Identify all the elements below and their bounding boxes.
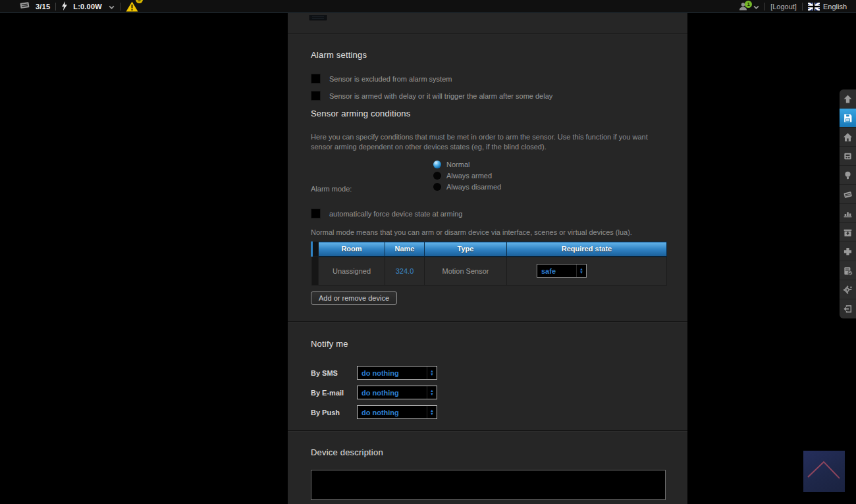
- scroll-top-icon[interactable]: [840, 89, 856, 109]
- right-toolbar: [840, 89, 856, 318]
- topbar-separator: [764, 3, 765, 11]
- device-description-textarea[interactable]: [311, 470, 666, 500]
- force-state-checkbox-label: automatically force device state at armi…: [329, 210, 462, 218]
- excluded-checkbox[interactable]: [311, 74, 321, 84]
- table-header-required-state: Required state: [507, 242, 667, 257]
- alarm-mode-radio-group: Normal Always armed Always disarmed: [433, 161, 501, 193]
- clipped-widget: [309, 15, 327, 20]
- alarm-mode-radio-always-disarmed[interactable]: [433, 183, 441, 191]
- warning-count-badge: 3: [136, 0, 143, 3]
- energy-icon[interactable]: [840, 204, 856, 223]
- scenes-icon[interactable]: [840, 185, 856, 204]
- by-email-label: By E-mail: [311, 389, 357, 397]
- required-state-select[interactable]: safe ▲▼: [537, 264, 587, 278]
- logout-link[interactable]: [Logout]: [770, 3, 797, 11]
- device-name-link[interactable]: 324.0: [396, 267, 414, 275]
- alarm-mode-radio-normal[interactable]: [433, 161, 441, 168]
- power-chevron-down-icon[interactable]: [109, 3, 115, 11]
- table-select-column-header: [312, 242, 319, 257]
- alarm-mode-radio-always-armed[interactable]: [433, 172, 441, 180]
- warning-triangle-icon[interactable]: 3: [126, 1, 143, 12]
- table-row: Unassigned 324.0 Motion Sensor safe ▲▼: [312, 257, 667, 286]
- topbar-separator: [55, 3, 56, 11]
- user-chevron-down-icon: [753, 3, 759, 11]
- by-push-label: By Push: [311, 409, 357, 416]
- table-header-row: Room Name Type Required state: [312, 242, 667, 257]
- alarm-mode-always-armed-label: Always armed: [446, 172, 492, 180]
- arming-devices-table: Room Name Type Required state Unassigned…: [311, 241, 667, 286]
- by-email-value: do nothing: [358, 386, 427, 399]
- select-stepper-icon: ▲▼: [427, 406, 437, 418]
- home-icon[interactable]: [840, 128, 856, 147]
- device-description-title: Device description: [311, 447, 664, 457]
- force-state-checkbox[interactable]: [311, 209, 321, 218]
- table-row-select-cell: [312, 257, 319, 286]
- normal-mode-note: Normal mode means that you can arm or di…: [311, 228, 664, 236]
- topbar-separator: [802, 3, 803, 11]
- select-stepper-icon: ▲▼: [576, 265, 586, 277]
- table-cell-type: Motion Sensor: [425, 257, 507, 286]
- panels-icon[interactable]: [840, 261, 856, 280]
- armed-delay-checkbox-label: Sensor is armed with delay or it will tr…: [329, 92, 552, 100]
- table-header-type: Type: [425, 242, 507, 257]
- by-email-select[interactable]: do nothing ▲▼: [357, 386, 437, 399]
- device-config-panel: Alarm settings Sensor is excluded from a…: [288, 13, 687, 504]
- by-push-value: do nothing: [358, 406, 427, 418]
- devices-count: 3/15: [36, 3, 50, 11]
- top-bar: 3/15 L:0.00W 3 1 [Logout] English: [0, 0, 856, 13]
- alarm-mode-label: Alarm mode:: [311, 161, 433, 193]
- language-selector[interactable]: English: [808, 3, 847, 11]
- excluded-checkbox-label: Sensor is excluded from alarm system: [329, 75, 452, 83]
- plugins-icon[interactable]: [840, 242, 856, 261]
- by-sms-select[interactable]: do nothing ▲▼: [357, 366, 437, 380]
- by-sms-value: do nothing: [358, 366, 427, 379]
- by-sms-label: By SMS: [311, 369, 357, 377]
- select-stepper-icon: ▲▼: [427, 386, 437, 399]
- power-bolt-icon: [61, 1, 68, 12]
- arming-description: Here you can specify conditions that mus…: [311, 132, 653, 152]
- devices-card-icon: [20, 1, 30, 11]
- select-stepper-icon: ▲▼: [427, 366, 437, 379]
- user-menu[interactable]: 1: [738, 2, 759, 11]
- backup-icon[interactable]: [840, 223, 856, 242]
- fibaro-logo: [803, 451, 845, 492]
- save-icon[interactable]: [840, 109, 856, 128]
- alarm-mode-always-disarmed-label: Always disarmed: [446, 183, 501, 191]
- power-load-value: L:0.00W: [73, 3, 102, 11]
- armed-delay-checkbox[interactable]: [311, 91, 321, 101]
- add-or-remove-device-button[interactable]: Add or remove device: [311, 291, 397, 305]
- notify-me-section: Notify me By SMS do nothing ▲▼ By E-mail…: [288, 322, 687, 419]
- notify-me-title: Notify me: [311, 339, 664, 349]
- exit-icon[interactable]: [840, 299, 856, 318]
- settings-icon[interactable]: [840, 280, 856, 299]
- table-header-name: Name: [385, 242, 425, 257]
- alarm-settings-section: Alarm settings Sensor is excluded from a…: [288, 34, 687, 305]
- table-header-room: Room: [319, 242, 385, 257]
- device-description-section: Device description: [288, 432, 687, 500]
- by-push-select[interactable]: do nothing ▲▼: [357, 405, 437, 419]
- rooms-icon[interactable]: [840, 166, 856, 185]
- table-cell-room: Unassigned: [319, 257, 385, 286]
- language-label: English: [823, 3, 847, 11]
- devices-icon[interactable]: [840, 147, 856, 166]
- uk-flag-icon: [808, 3, 820, 11]
- user-count-badge: 1: [745, 1, 752, 8]
- topbar-separator: [120, 3, 120, 11]
- required-state-value: safe: [537, 265, 576, 277]
- arming-conditions-title: Sensor arming conditions: [311, 109, 664, 118]
- alarm-mode-normal-label: Normal: [446, 161, 469, 168]
- alarm-settings-title: Alarm settings: [311, 50, 664, 60]
